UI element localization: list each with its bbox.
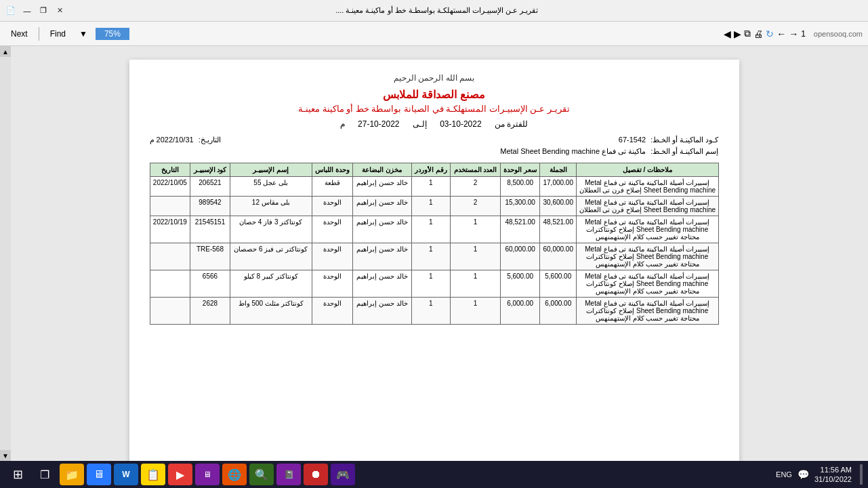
taskbar-explorer[interactable]: 🖥 <box>87 464 111 485</box>
cell-date <box>150 270 190 298</box>
scroll-top-button[interactable]: ▲ <box>0 46 11 57</box>
window-title: تقريـر عـن الإسبيـرات المستهلكـة بواسطـة… <box>65 6 808 15</box>
col-notes: ملاحظات / تفصيل <box>577 163 718 177</box>
scroll-bottom-button[interactable]: ▼ <box>0 450 11 461</box>
zoom-display: 75% <box>96 28 129 40</box>
taskbar-media[interactable]: ▶ <box>168 464 192 485</box>
table-row: إسبيرات أصيلة الماكينة ماكينة تى فماع Me… <box>150 243 718 270</box>
cell-orderno: 1 <box>411 243 450 270</box>
cell-total: 30,600.00 <box>540 197 577 216</box>
cell-name: بلى مقاس 12 <box>230 197 312 216</box>
cell-unit: قطعة <box>312 177 352 197</box>
title-bar-left: 📄 — ❐ ✕ <box>5 5 65 16</box>
cell-orderno: 1 <box>411 298 450 325</box>
date-value: 2022/10/31 <box>157 136 194 144</box>
cell-name: بلى عجل 55 <box>230 177 312 197</box>
cell-unitprice: 60,000.00 <box>500 243 539 270</box>
time-display: 11:56 AM <box>814 465 852 474</box>
dropdown-button[interactable]: ▼ <box>74 28 93 40</box>
cell-date <box>150 243 190 270</box>
document: بسم الله الرحمن الرحيم مصنع الصداقة للمل… <box>129 60 739 461</box>
cell-total: 48,521.00 <box>540 216 577 243</box>
cell-total: 6,000.00 <box>540 298 577 325</box>
bismillah: بسم الله الرحمن الرحيم <box>150 73 719 83</box>
back-icon[interactable]: ← <box>777 28 786 39</box>
taskbar-file-manager[interactable]: 📁 <box>60 464 84 485</box>
taskbar-record[interactable]: ⏺ <box>304 464 328 485</box>
machine-code-label: كـود الماكينـة أو الخـط: <box>650 136 718 144</box>
cell-name: كونتاكتر مثلث 500 واط <box>230 298 312 325</box>
taskbar: ⊞ ❐ 📁 🖥 W 📋 ▶ 🖥 🌐 🔍 📓 ⏺ 🎮 ENG 💬 11:56 AM… <box>0 461 868 488</box>
machine-code-value: 1542-67 <box>619 136 646 144</box>
cell-notes: إسبيرات أصيلة الماكينة ماكينة تى فماع Me… <box>577 270 718 298</box>
cell-store: خالد حسن إبراهيم <box>353 177 411 197</box>
col-date: التاريخ <box>150 163 190 177</box>
cell-unit: الوحدة <box>312 197 352 216</box>
cell-notes: إسبيرات أصيلة الماكينة ماكينة تى فماع Me… <box>577 197 718 216</box>
toolbar-right: ◀ ▶ ⧉ 🖨 ↻ ← → 1 opensooq.com <box>724 28 863 39</box>
col-orderno: رقم الأوردر <box>411 163 450 177</box>
table-row: إسبيرات أصيلة الماكينة ماكينة تى فماع Me… <box>150 298 718 325</box>
nav-prev-icon[interactable]: ◀ <box>724 28 731 39</box>
cell-name: كونتاكتر تى فيز 6 حصصان <box>230 243 312 270</box>
taskbar-game[interactable]: 🎮 <box>331 464 355 485</box>
cell-orderno: 1 <box>411 177 450 197</box>
cell-total: 5,600.00 <box>540 270 577 298</box>
cell-name: كونتاكتر كبير 8 كيلو <box>230 270 312 298</box>
machine-name-label: إسم الماكينـة أو الخـط: <box>650 147 718 155</box>
taskbar-desktop-icon[interactable]: ❐ <box>33 464 57 485</box>
cell-store: خالد حسن إبراهيم <box>353 216 411 243</box>
cell-total: 60,000.00 <box>540 243 577 270</box>
print-icon[interactable]: 🖨 <box>753 28 763 39</box>
cell-unitprice: 15,300.00 <box>500 197 539 216</box>
document-header: مصنع الصداقة للملابس تقريـر عـن الإسبيـر… <box>150 88 719 129</box>
table-row: إسبيرات أصيلة الماكينة ماكينة تى فماع Me… <box>150 216 718 243</box>
col-code: كود الإسبيـر <box>190 163 230 177</box>
taskbar-notification-icon[interactable]: 💬 <box>798 469 809 480</box>
nav-next-icon[interactable]: ▶ <box>734 28 741 39</box>
forward-icon[interactable]: → <box>789 28 798 39</box>
cell-qty: 2 <box>450 177 500 197</box>
period-dot: م <box>340 119 345 129</box>
period-from: 2022-10-03 <box>440 119 481 129</box>
period-to: 2022-10-27 <box>358 119 399 129</box>
report-table: ملاحظات / تفصيل الجملة سعر الوحدة العدد … <box>150 163 719 325</box>
machine-code-row: كـود الماكينـة أو الخـط: 1542-67 <box>619 136 719 144</box>
col-store: مخزن البضاعة <box>353 163 411 177</box>
table-row: إسبيرات أصيلة الماكينة ماكينة تى فماع Me… <box>150 177 718 197</box>
date-display: 31/10/2022 <box>814 474 852 484</box>
cell-qty: 1 <box>450 298 500 325</box>
start-button[interactable]: ⊞ <box>5 462 30 487</box>
cell-total: 17,000.00 <box>540 177 577 197</box>
taskbar-code[interactable]: 🖥 <box>195 464 220 485</box>
refresh-icon[interactable]: ↻ <box>766 28 774 39</box>
cell-qty: 1 <box>450 243 500 270</box>
taskbar-word[interactable]: W <box>114 464 138 485</box>
copy-icon[interactable]: ⧉ <box>744 28 751 39</box>
taskbar-browser[interactable]: 🌐 <box>222 464 247 485</box>
find-button[interactable]: Find <box>45 28 71 40</box>
period-info: للفترة من 2022-10-03 إلـى 2022-10-27 م <box>150 119 719 129</box>
cell-notes: إسبيرات أصيلة الماكينة ماكينة تى فماع Me… <box>577 298 718 325</box>
title-bar: 📄 — ❐ ✕ تقريـر عـن الإسبيـرات المستهلكـة… <box>0 0 868 22</box>
page-number: 1 <box>801 29 806 39</box>
table-row: إسبيرات أصيلة الماكينة ماكينة تى فماع Me… <box>150 197 718 216</box>
maximize-button[interactable]: ❐ <box>38 5 49 16</box>
taskbar-onenote[interactable]: 📓 <box>276 464 301 485</box>
machine-name-value: ماكينة تى فماع Metal Sheet Bending machi… <box>500 147 646 155</box>
taskbar-search[interactable]: 🔍 <box>249 464 274 485</box>
cell-notes: إسبيرات أصيلة الماكينة ماكينة تى فماع Me… <box>577 216 718 243</box>
cell-notes: إسبيرات أصيلة الماكينة ماكينة تى فماع Me… <box>577 243 718 270</box>
minimize-button[interactable]: — <box>22 5 33 16</box>
cell-store: خالد حسن إبراهيم <box>353 270 411 298</box>
machine-name-row: إسم الماكينـة أو الخـط: ماكينة تى فماع M… <box>150 147 719 156</box>
close-button[interactable]: ✕ <box>54 5 65 16</box>
cell-unitprice: 6,000.00 <box>500 298 539 325</box>
cell-date <box>150 197 190 216</box>
col-unit: وحدة اللباس <box>312 163 352 177</box>
taskbar-notes[interactable]: 📋 <box>141 464 165 485</box>
next-button[interactable]: Next <box>5 28 33 40</box>
cell-store: خالد حسن إبراهيم <box>353 298 411 325</box>
show-desktop-btn[interactable] <box>860 464 863 485</box>
cell-code: 989542 <box>190 197 230 216</box>
